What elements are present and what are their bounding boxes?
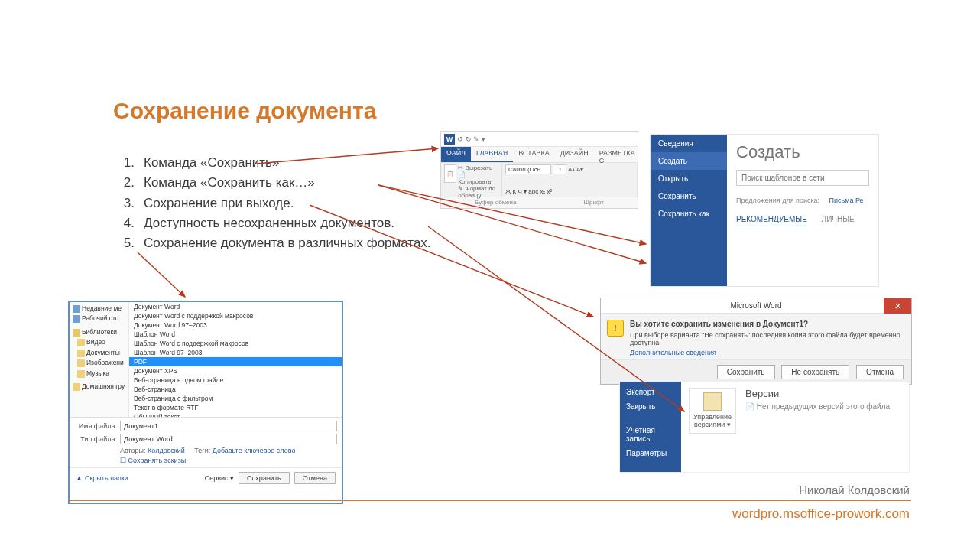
- folder-tree[interactable]: Недавние ме Рабочий сто Библиотеки Видео…: [70, 302, 129, 417]
- tab-file[interactable]: ФАЙЛ: [441, 147, 471, 162]
- backstage-title: Создать: [736, 142, 869, 162]
- filetype-pdf-selected: PDF: [129, 357, 342, 366]
- font-size-buttons[interactable]: A▴ A▾: [568, 166, 583, 173]
- save-button[interactable]: Сохранить: [717, 365, 775, 379]
- saveas-save-button[interactable]: Сохранить: [239, 472, 290, 484]
- slide-list: 1.Команда «Сохранить» 2.Команда «Сохрани…: [115, 153, 431, 254]
- filename-input[interactable]: Документ1: [120, 421, 337, 431]
- close-button[interactable]: ✕: [884, 298, 911, 314]
- template-search-input[interactable]: [736, 170, 869, 186]
- filename-label: Имя файла:: [74, 422, 117, 430]
- cut-item[interactable]: ✂ Вырезать: [458, 164, 498, 171]
- suggest-label: Предложения для поиска:: [736, 197, 819, 204]
- quick-access-toolbar: W ↺ ↻ ✎ ▾: [441, 132, 638, 147]
- dialog-message-sub: При выборе варианта "Не сохранять" после…: [630, 331, 904, 346]
- list-item-2: 2.Команда «Сохранить как…»: [115, 173, 431, 193]
- filetype-combo[interactable]: Документ Word: [120, 434, 337, 444]
- font-name-combo[interactable]: Calibri (Осн: [505, 164, 551, 174]
- tab-home[interactable]: ГЛАВНАЯ: [471, 147, 513, 162]
- bs-create[interactable]: Создать: [651, 152, 727, 170]
- saveas-cancel-button[interactable]: Отмена: [294, 472, 336, 484]
- versions-subtitle: 📄 Нет предыдущих версий этого файла.: [745, 402, 892, 411]
- clipboard-group-label: Буфер обмена: [475, 199, 516, 206]
- site-link[interactable]: wordpro.msoffice-prowork.com: [732, 506, 910, 522]
- bs-options[interactable]: Параметры: [620, 446, 681, 460]
- list-item-5: 5.Сохранение документа в различных форма…: [115, 233, 431, 253]
- slide-title: Сохранение документа: [113, 98, 376, 124]
- bs-save[interactable]: Сохранить: [651, 187, 727, 205]
- format-painter[interactable]: ✎ Формат по образцу: [458, 185, 498, 199]
- warning-icon: !: [607, 320, 624, 337]
- font-style-row[interactable]: Ж К Ч ▾ abc x₂ x²: [505, 188, 634, 195]
- tools-dropdown[interactable]: Сервис ▾: [205, 474, 234, 482]
- paste-button[interactable]: 📋: [444, 164, 456, 183]
- bs-open[interactable]: Открыть: [651, 170, 727, 187]
- footer-divider: [69, 500, 911, 501]
- ribbon-screenshot: W ↺ ↻ ✎ ▾ ФАЙЛ ГЛАВНАЯ ВСТАВКА ДИЗАЙН РА…: [440, 131, 638, 209]
- bs-saveas[interactable]: Сохранить как: [651, 205, 727, 223]
- list-item-1: 1.Команда «Сохранить»: [115, 153, 431, 173]
- versions-panel: Экспорт Закрыть Учетная запись Параметры…: [619, 381, 910, 473]
- suggest-values[interactable]: Письма Ре: [829, 197, 864, 204]
- list-item-3: 3.Сохранение при выходе.: [115, 194, 431, 213]
- save-prompt-dialog: Microsoft Word ✕ ! Вы хотите сохранить и…: [600, 298, 912, 385]
- bs-info[interactable]: Сведения: [651, 135, 727, 152]
- bs-export[interactable]: Экспорт: [620, 385, 681, 399]
- list-item-4: 4.Доступность несохраненных документов.: [115, 213, 431, 233]
- filetype-label: Тип файла:: [74, 435, 117, 443]
- dialog-title: Microsoft Word: [730, 301, 781, 310]
- file-type-dropdown-list[interactable]: Документ Word Документ Word с поддержкой…: [129, 302, 342, 417]
- dialog-message-main: Вы хотите сохранить изменения в Документ…: [630, 320, 904, 328]
- tags-value[interactable]: Добавьте ключевое слово: [213, 447, 296, 454]
- save-as-dialog: Недавние ме Рабочий сто Библиотеки Видео…: [68, 301, 343, 504]
- cancel-button[interactable]: Отмена: [856, 365, 904, 379]
- word-logo-icon: W: [444, 134, 455, 145]
- svg-line-5: [138, 252, 185, 297]
- tab-insert[interactable]: ВСТАВКА: [513, 147, 554, 162]
- author-name: Николай Колдовский: [799, 483, 910, 496]
- backstage-panel: Сведения Создать Открыть Сохранить Сохра…: [650, 134, 879, 287]
- save-thumbnail-checkbox[interactable]: ☐ Сохранять эскизы: [74, 457, 337, 464]
- tab-personal[interactable]: ЛИЧНЫЕ: [822, 215, 855, 223]
- qat-icons[interactable]: ↺ ↻ ✎ ▾: [457, 135, 485, 143]
- author-value[interactable]: Колдовский: [148, 447, 185, 454]
- tab-design[interactable]: ДИЗАЙН: [555, 147, 594, 162]
- dont-save-button[interactable]: Не сохранять: [781, 365, 849, 379]
- versions-title: Версии: [745, 388, 892, 399]
- more-info-link[interactable]: Дополнительные сведения: [630, 349, 904, 356]
- font-group-label: Шрифт: [584, 199, 604, 206]
- manage-versions-button[interactable]: Управление версиями ▾: [689, 388, 736, 434]
- tab-layout[interactable]: РАЗМЕТКА С: [594, 147, 641, 162]
- tab-recommended[interactable]: РЕКОМЕНДУЕМЫЕ: [736, 215, 807, 226]
- hide-folders-link[interactable]: ▲ Скрыть папки: [76, 474, 128, 482]
- bs-account[interactable]: Учетная запись: [620, 423, 681, 446]
- copy-item[interactable]: 📄 Копировать: [458, 171, 498, 185]
- versions-icon: [703, 392, 722, 411]
- font-size-combo[interactable]: 11: [553, 164, 566, 174]
- bs-close[interactable]: Закрыть: [620, 399, 681, 414]
